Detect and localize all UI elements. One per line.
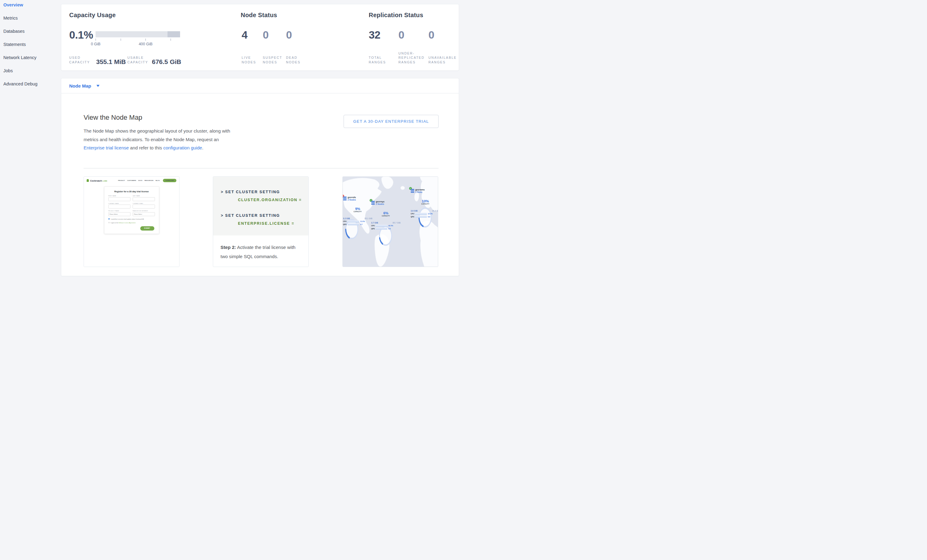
node-status-title: Node Status	[241, 12, 277, 19]
axis-tick-label: 0 GiB	[90, 42, 101, 46]
mini-nav-item: RESOURCES	[144, 180, 153, 181]
step3-caption: Step 3: Follow this guide to configure l…	[343, 267, 438, 267]
used-gib: 3.7 GiB	[371, 222, 378, 224]
live-nodes-label: LIVE NODES	[242, 55, 260, 64]
mini-site-header: Cockroach LABS PRODUCT CUSTOMERS DOCS RE…	[84, 177, 179, 182]
used-capacity-label: USED CAPACITY	[69, 55, 91, 64]
mini-field-reason: REASON FOR INTERESTPlease Select	[132, 210, 155, 216]
qps-sparkline	[348, 223, 359, 225]
unavailable-label: UNAVAILABLE RANGES	[429, 55, 457, 64]
mini-site-nav: PRODUCT CUSTOMERS DOCS RESOURCES BLOG DO…	[118, 179, 176, 182]
capacity-percent: 10%	[422, 200, 429, 203]
locality-name: geo=sfo	[348, 196, 372, 199]
get-enterprise-trial-button[interactable]: GET A 30-DAY ENTERPRISE TRIAL	[343, 115, 439, 128]
mini-nav-item: PRODUCT	[118, 180, 125, 181]
sidebar-item-overview[interactable]: Overview	[3, 3, 61, 8]
locality-node-count: 1 Node	[415, 191, 438, 194]
axis-tick	[96, 39, 96, 41]
sql-line: > SET CLUSTER SETTING	[221, 190, 308, 194]
mini-field-project-phase: PROJECT PHASEPlease Select	[108, 210, 131, 216]
enterprise-trial-license-link[interactable]: Enterprise trial license	[84, 145, 129, 150]
database-icon	[343, 197, 346, 200]
mini-checkbox-updates: I would like to receive email updates ab…	[108, 218, 155, 220]
used-capacity-value: 355.1 MiB	[96, 58, 126, 65]
mini-field-company-name: COMPANY NAME	[108, 203, 131, 209]
mini-form-title: Register for a 30-day trial license	[108, 190, 155, 193]
total-gib: 65.7 GiB	[393, 222, 401, 224]
chevron-down-icon	[96, 85, 100, 87]
total-ranges-count: 32	[369, 29, 380, 41]
sidebar-item-metrics[interactable]: Metrics	[3, 16, 61, 21]
capacity-usage-title: Capacity Usage	[69, 12, 116, 19]
mini-nav-item: DOCS	[138, 180, 143, 181]
checkbox-empty-icon	[108, 222, 110, 223]
mini-registration-form: Register for a 30-day trial license FIRS…	[104, 187, 159, 234]
description-text: and refer to this	[129, 145, 164, 150]
sql-line: > SET CLUSTER SETTING	[221, 214, 308, 218]
dead-nodes-count: 0	[286, 29, 292, 41]
locality-node-count: 2 Nodes	[348, 199, 372, 201]
used-gib: 3.6 GiB	[411, 210, 417, 212]
database-icon	[371, 201, 375, 205]
configuration-guide-link[interactable]: configuration guide	[163, 145, 202, 150]
sql-line: CLUSTER.ORGANIZATION =	[238, 198, 308, 202]
capacity-label: CAPACITY	[421, 203, 429, 205]
node-map-panel: View the Node Map The Node Map shows the…	[61, 93, 459, 276]
axis-tick	[170, 39, 171, 41]
capacity-used-percent: 0.1%	[69, 29, 93, 41]
capacity-bar-dark-segment	[167, 31, 180, 37]
sidebar: Overview Metrics Databases Statements Ne…	[0, 0, 61, 280]
suspect-nodes-label: SUSPECT NODES	[263, 55, 284, 64]
view-selector-bar: Node Map	[61, 78, 459, 93]
panel-description: The Node Map shows the geographical layo…	[84, 127, 237, 152]
qps-value: 0.0	[388, 228, 391, 230]
sidebar-item-advanced-debug[interactable]: Advanced Debug	[3, 82, 61, 87]
node-map-dropdown[interactable]: Node Map	[61, 78, 459, 93]
mini-nav-item: CUSTOMERS	[127, 180, 136, 181]
cpu-sparkline	[415, 213, 427, 215]
cpu-value: 12.3%	[428, 213, 433, 215]
sql-line: ENTERPRISE.LICENSE =	[238, 222, 308, 226]
step1-card: Cockroach LABS PRODUCT CUSTOMERS DOCS RE…	[84, 176, 179, 267]
sidebar-item-statements[interactable]: Statements	[3, 42, 61, 47]
axis-tick	[121, 39, 121, 41]
locality-name: geo=ams	[415, 188, 438, 191]
sidebar-item-network-latency[interactable]: Network Latency	[3, 55, 61, 60]
qps-sparkline	[376, 228, 388, 230]
locality-node-count: 2 Nodes	[376, 203, 401, 205]
qps-value: 4.7	[360, 223, 363, 225]
description-text: .	[202, 145, 204, 150]
cluster-summary-card: Capacity Usage 0.1% 0 GiB 400 GiB USED C…	[61, 4, 459, 71]
qps-value: 0.0	[428, 216, 430, 218]
mini-submit-button: SUBMIT	[140, 226, 154, 231]
cpu-value: 11.0%	[360, 220, 365, 222]
capacity-label: CAPACITY	[354, 211, 362, 212]
usable-capacity-label: USABLE CAPACITY	[128, 55, 149, 64]
usable-capacity-value: 676.5 GiB	[152, 58, 181, 65]
under-replicated-label: UNDER-REPLICATED RANGES	[398, 51, 426, 65]
sidebar-item-databases[interactable]: Databases	[3, 29, 61, 34]
replication-status-title: Replication Status	[369, 12, 423, 19]
cpu-sparkline	[348, 220, 359, 223]
capacity-label: CAPACITY	[382, 215, 390, 217]
node-map-dropdown-label: Node Map	[69, 83, 91, 88]
step3-card: 1 geo=sfo 2 Nodes 9% CAPACITY 3.2 GiB35.…	[342, 176, 438, 267]
section-divider	[84, 168, 439, 168]
mini-field-first-name: FIRST NAME	[108, 195, 131, 201]
checkbox-checked-icon	[108, 218, 110, 220]
mini-nav-item: BLOG	[156, 180, 160, 181]
page-title: View the Node Map	[84, 114, 143, 121]
step2-caption: Step 2: Activate the trial license with …	[213, 235, 308, 261]
used-gib: 3.2 GiB	[343, 217, 350, 220]
suspect-nodes-count: 0	[263, 29, 269, 41]
locality-marker-ams: ✓ geo=ams 1 Node 10% CAPACITY 3.6 GiB34.…	[411, 188, 438, 218]
sidebar-item-jobs[interactable]: Jobs	[3, 68, 61, 73]
live-nodes-count: 4	[242, 29, 248, 41]
cpu-value: 42.5%	[388, 225, 393, 226]
locality-marker-nyc: ✓ geo=nyc 2 Nodes 6% CAPACITY 3.7 GiB65.…	[371, 200, 401, 230]
step2-card: > SET CLUSTER SETTING CLUSTER.ORGANIZATI…	[213, 176, 309, 267]
sql-commands-preview: > SET CLUSTER SETTING CLUSTER.ORGANIZATI…	[213, 177, 308, 235]
mini-checkbox-license: I agree to the Software License Agreemen…	[108, 222, 155, 223]
node-map-preview: 1 geo=sfo 2 Nodes 9% CAPACITY 3.2 GiB35.…	[343, 177, 438, 267]
locality-name: geo=nyc	[376, 200, 401, 203]
